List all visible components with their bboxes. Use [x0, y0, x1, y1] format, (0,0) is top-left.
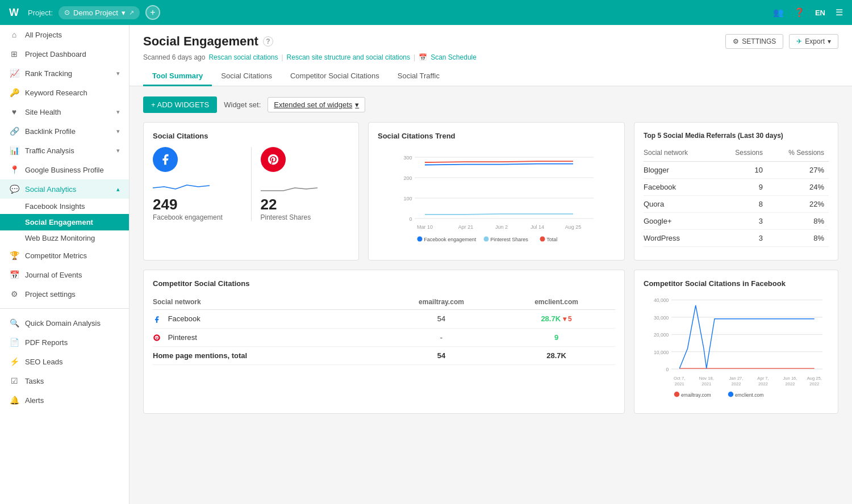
sidebar-sub-web-buzz[interactable]: Web Buzz Monitoring	[0, 230, 129, 246]
widget-set-selector[interactable]: Extended set of widgets ▾	[268, 97, 365, 112]
gear-icon: ⚙	[9, 289, 19, 299]
sidebar-item-journal[interactable]: 📅 Journal of Events	[0, 265, 129, 284]
key-icon: 🔑	[9, 88, 19, 97]
menu-icon[interactable]: ☰	[836, 7, 843, 18]
help-icon[interactable]: ❓	[794, 7, 805, 18]
scan-schedule-link[interactable]: Scan Schedule	[431, 53, 477, 61]
svg-text:emclient.com: emclient.com	[735, 392, 763, 398]
users-icon[interactable]: 👥	[773, 7, 784, 18]
sidebar-item-project-dashboard[interactable]: ⊞ Project Dashboard	[0, 44, 129, 64]
sidebar-item-quick-domain[interactable]: 🔍 Quick Domain Analysis	[0, 313, 129, 333]
sidebar-sub-label: Web Buzz Monitoring	[25, 234, 95, 242]
pct-cell: 22%	[767, 196, 829, 213]
pinterest-citation: 22 Pinterest Shares	[261, 147, 350, 221]
social-citations-card: Social Citations 249	[143, 122, 359, 261]
sidebar-item-project-settings[interactable]: ⚙ Project settings	[0, 284, 129, 304]
svg-text:Mar 10: Mar 10	[417, 224, 433, 230]
pinterest-mini-chart	[261, 177, 318, 194]
network-cell: Quora	[644, 196, 718, 213]
svg-text:40,000: 40,000	[654, 297, 669, 303]
sidebar-item-social-analytics[interactable]: 💬 Social Analytics ▴	[0, 179, 129, 199]
export-button[interactable]: ✈ Export ▾	[789, 34, 838, 49]
fb-comp-chart: 40,000 30,000 20,000 10,000 0 Oct 7, 202…	[644, 295, 829, 402]
title-row: Social Engagement ? ⚙ SETTINGS ✈ Export …	[143, 34, 838, 49]
sidebar-item-pdf-reports[interactable]: 📄 PDF Reports	[0, 333, 129, 352]
sidebar-item-label: Tasks	[25, 377, 44, 385]
sidebar-item-all-projects[interactable]: ⌂ All Projects	[0, 25, 129, 44]
sidebar-item-keyword-research[interactable]: 🔑 Keyword Research	[0, 83, 129, 102]
svg-point-15	[484, 237, 489, 242]
sessions-cell: 8	[718, 196, 767, 213]
svg-text:0: 0	[666, 367, 669, 372]
language-selector[interactable]: EN	[815, 9, 825, 17]
sidebar-item-label: Site Health	[25, 108, 61, 116]
tab-competitor-social[interactable]: Competitor Social Citations	[281, 67, 389, 86]
sidebar-sub-label: Social Engagement	[25, 218, 93, 226]
calendar-icon: 📅	[419, 53, 427, 61]
chevron-icon: ▾	[116, 70, 120, 77]
svg-text:2022: 2022	[732, 381, 741, 387]
citations-inner: 249 Facebook engagement	[153, 147, 349, 221]
tab-tool-summary[interactable]: Tool Summary	[143, 67, 212, 86]
sidebar-item-label: Project Dashboard	[25, 50, 86, 58]
facebook-small-icon	[153, 314, 165, 323]
top-grid: Social Citations 249	[143, 122, 838, 261]
sidebar-item-label: Project settings	[25, 290, 76, 299]
table-row: Facebook 9 24%	[644, 179, 829, 196]
bell-icon: 🔔	[9, 396, 19, 405]
network-name: Pinterest	[168, 333, 197, 342]
trophy-icon: 🏆	[9, 251, 19, 260]
tab-social-traffic[interactable]: Social Traffic	[389, 67, 449, 86]
sidebar: ⌂ All Projects ⊞ Project Dashboard 📈 Ran…	[0, 25, 130, 504]
sidebar-item-google-business[interactable]: 📍 Google Business Profile	[0, 160, 129, 179]
sidebar-item-label: Backlink Profile	[25, 127, 76, 136]
add-widgets-button[interactable]: + ADD WIDGETS	[143, 96, 217, 113]
sidebar-sub-label: Facebook Insights	[25, 202, 85, 211]
sidebar-item-seo-leads[interactable]: ⚡ SEO Leads	[0, 352, 129, 371]
svg-text:10,000: 10,000	[654, 350, 669, 355]
comp-col-network: Social network	[153, 295, 385, 310]
rescan-link[interactable]: Rescan social citations	[208, 53, 278, 61]
sidebar-item-competitor-metrics[interactable]: 🏆 Competitor Metrics	[0, 246, 129, 265]
page-title: Social Engagement ?	[143, 34, 273, 49]
network-cell: Google+	[644, 213, 718, 230]
sidebar-item-site-health[interactable]: ♥ Site Health ▾	[0, 102, 129, 121]
tab-social-citations[interactable]: Social Citations	[212, 67, 281, 86]
svg-text:Apr 21: Apr 21	[458, 224, 474, 230]
chevron-icon: ▾	[116, 108, 120, 116]
sidebar-sub-social-engagement[interactable]: Social Engagement	[0, 214, 129, 230]
sidebar-item-alerts[interactable]: 🔔 Alerts	[0, 390, 129, 410]
pinterest-icon	[261, 147, 286, 172]
svg-text:2021: 2021	[675, 381, 684, 387]
page-content: + ADD WIDGETS Widget set: Extended set o…	[130, 86, 852, 424]
pct-cell: 8%	[767, 213, 829, 230]
help-icon[interactable]: ?	[263, 36, 273, 47]
sidebar-item-tasks[interactable]: ☑ Tasks	[0, 371, 129, 390]
svg-point-13	[417, 237, 423, 242]
project-selector[interactable]: ⊙ Demo Project ▾ ↗	[59, 6, 140, 19]
emclient-val: 9	[502, 328, 615, 347]
add-project-button[interactable]: +	[145, 5, 160, 20]
trend-card: Social Citations Trend 300 200 100 0 M	[368, 122, 625, 261]
sessions-cell: 3	[718, 230, 767, 247]
rescan-full-link[interactable]: Rescan site structure and social citatio…	[287, 53, 410, 61]
sidebar-sub-facebook-insights[interactable]: Facebook Insights	[0, 199, 129, 214]
sidebar-item-traffic-analysis[interactable]: 📊 Traffic Analysis ▾	[0, 141, 129, 160]
external-link-icon: ↗	[129, 9, 134, 16]
table-row: Blogger 10 27%	[644, 162, 829, 179]
sidebar-item-rank-tracking[interactable]: 📈 Rank Tracking ▾	[0, 64, 129, 83]
header-actions: ⚙ SETTINGS ✈ Export ▾	[725, 34, 838, 49]
svg-text:Pinterest Shares: Pinterest Shares	[490, 237, 528, 242]
network-name: Facebook	[168, 314, 201, 323]
competitor-table: Social network emailtray.com emclient.co…	[153, 295, 615, 365]
settings-button[interactable]: ⚙ SETTINGS	[725, 34, 783, 49]
sidebar-item-backlink-profile[interactable]: 🔗 Backlink Profile ▾	[0, 121, 129, 141]
pct-cell: 24%	[767, 179, 829, 196]
chevron-down-icon: ▾	[828, 37, 831, 45]
widget-set-value: Extended set of widgets	[274, 100, 352, 109]
svg-text:100: 100	[403, 196, 412, 201]
sessions-cell: 10	[718, 162, 767, 179]
main-content: Social Engagement ? ⚙ SETTINGS ✈ Export …	[130, 25, 852, 504]
svg-text:0: 0	[409, 216, 412, 222]
main-tabs: Tool Summary Social Citations Competitor…	[143, 67, 838, 86]
